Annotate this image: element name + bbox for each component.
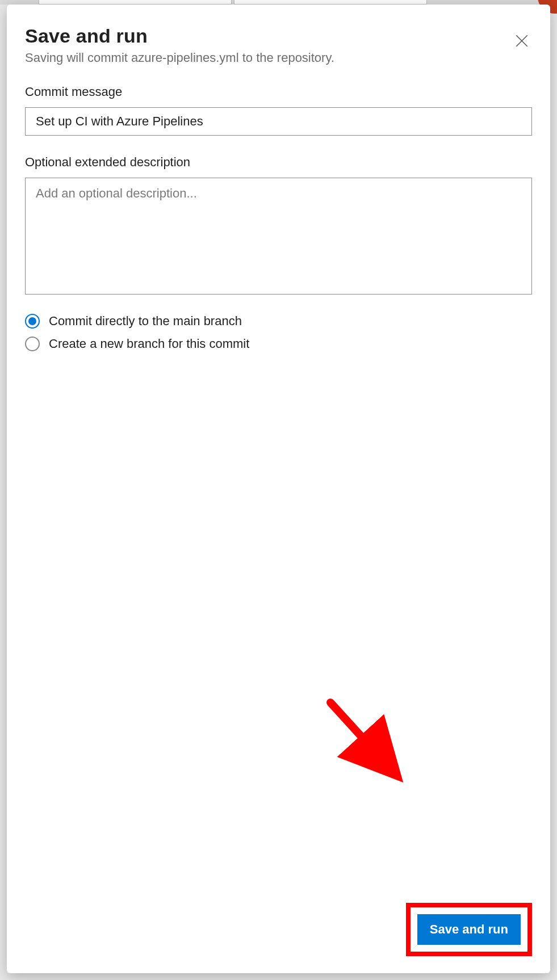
radio-icon (25, 314, 40, 329)
dialog-subtitle: Saving will commit azure-pipelines.yml t… (25, 51, 508, 65)
dialog-header: Save and run Saving will commit azure-pi… (25, 25, 532, 65)
close-button[interactable] (508, 28, 535, 56)
radio-commit-main[interactable]: Commit directly to the main branch (25, 314, 532, 329)
extended-description-label: Optional extended description (25, 155, 532, 170)
annotation-arrow-icon (325, 697, 427, 788)
save-and-run-dialog: Save and run Saving will commit azure-pi… (7, 5, 550, 973)
annotation-save-highlight: Save and run (406, 903, 532, 956)
extended-description-textarea[interactable] (25, 178, 532, 295)
radio-label: Create a new branch for this commit (49, 337, 249, 351)
background-tab-1 (39, 0, 232, 5)
radio-icon (25, 337, 40, 351)
radio-label: Commit directly to the main branch (49, 314, 242, 329)
svg-line-3 (330, 703, 387, 765)
radio-new-branch[interactable]: Create a new branch for this commit (25, 337, 532, 351)
branch-radio-group: Commit directly to the main branch Creat… (25, 314, 532, 351)
commit-message-label: Commit message (25, 85, 532, 99)
commit-message-input[interactable] (25, 107, 532, 136)
dialog-title: Save and run (25, 25, 508, 47)
close-icon (514, 33, 529, 51)
dialog-footer: Save and run (25, 903, 532, 956)
background-tab-2 (234, 0, 427, 5)
dialog-titles: Save and run Saving will commit azure-pi… (25, 25, 508, 65)
save-and-run-button[interactable]: Save and run (417, 914, 521, 945)
